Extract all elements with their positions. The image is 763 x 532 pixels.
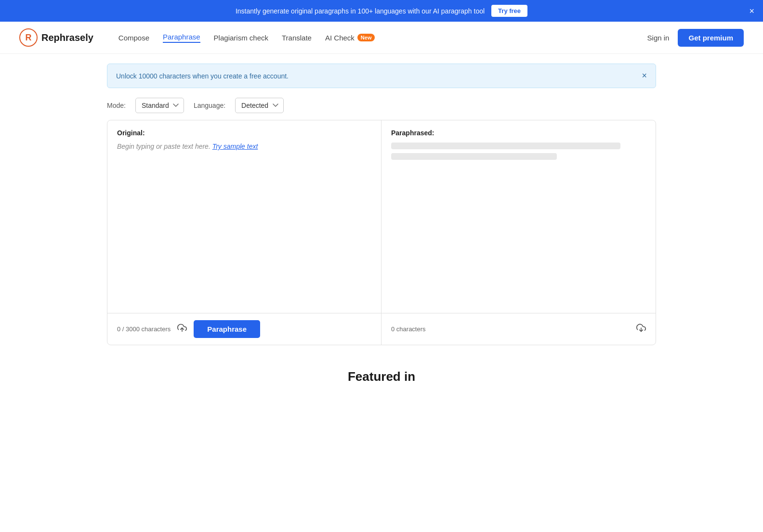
mode-select[interactable]: Standard Fluency Formal Simple Creative …: [135, 98, 184, 113]
paraphrase-button[interactable]: Paraphrase: [194, 320, 260, 338]
logo-icon: R: [19, 28, 38, 47]
original-placeholder: Begin typing or paste text here. Try sam…: [117, 143, 371, 150]
nav-plagiarism[interactable]: Plagiarism check: [214, 34, 268, 42]
language-select[interactable]: Detected English Spanish French German: [235, 98, 284, 113]
char-count-right: 0 characters: [391, 325, 426, 333]
paraphrased-skeleton: [391, 143, 646, 160]
unlock-text: Unlock 10000 characters when you create …: [116, 72, 289, 80]
nav-compose[interactable]: Compose: [118, 34, 149, 42]
footer-right: 0 characters: [382, 313, 656, 345]
logo-name: Rephrasely: [41, 32, 93, 43]
paraphrased-label: Paraphrased:: [391, 129, 646, 137]
editor-panels: Original: Begin typing or paste text her…: [107, 120, 656, 313]
original-label: Original:: [117, 129, 371, 137]
nav-aicheck-wrap: AI Check New: [325, 34, 375, 42]
skeleton-line-1: [391, 143, 620, 149]
paraphrased-panel: Paraphrased:: [382, 120, 656, 313]
main-nav: Compose Paraphrase Plagiarism check Tran…: [118, 33, 632, 43]
try-sample-link[interactable]: Try sample text: [212, 143, 258, 150]
logo[interactable]: R Rephrasely: [19, 28, 93, 47]
nav-paraphrase[interactable]: Paraphrase: [163, 33, 200, 43]
main-content: Unlock 10000 characters when you create …: [92, 54, 671, 403]
header: R Rephrasely Compose Paraphrase Plagiari…: [0, 22, 763, 54]
mode-language-row: Mode: Standard Fluency Formal Simple Cre…: [107, 98, 656, 113]
unlock-banner: Unlock 10000 characters when you create …: [107, 64, 656, 88]
skeleton-line-2: [391, 153, 557, 160]
nav-aicheck[interactable]: AI Check: [325, 34, 355, 42]
close-banner-button[interactable]: ×: [749, 7, 754, 15]
header-right: Sign in Get premium: [647, 29, 744, 47]
upload-button[interactable]: [177, 323, 187, 335]
banner-text: Instantly generate original paragraphs i…: [236, 7, 485, 15]
char-count-left: 0 / 3000 characters: [117, 325, 171, 333]
new-badge: New: [357, 34, 375, 41]
language-label: Language:: [194, 102, 225, 109]
top-banner: Instantly generate original paragraphs i…: [0, 0, 763, 22]
mode-label: Mode:: [107, 102, 126, 109]
original-panel: Original: Begin typing or paste text her…: [107, 120, 382, 313]
featured-title: Featured in: [117, 369, 646, 384]
try-free-button[interactable]: Try free: [491, 5, 527, 17]
featured-section: Featured in: [107, 345, 656, 394]
get-premium-button[interactable]: Get premium: [678, 29, 744, 47]
unlock-close-button[interactable]: ×: [642, 71, 647, 81]
footer-left: 0 / 3000 characters Paraphrase: [107, 313, 382, 345]
editor-footer: 0 / 3000 characters Paraphrase 0 charact…: [107, 313, 656, 345]
download-button[interactable]: [636, 323, 646, 335]
nav-translate[interactable]: Translate: [282, 34, 312, 42]
sign-in-link[interactable]: Sign in: [647, 34, 670, 42]
editor-container: Original: Begin typing or paste text her…: [107, 120, 656, 345]
